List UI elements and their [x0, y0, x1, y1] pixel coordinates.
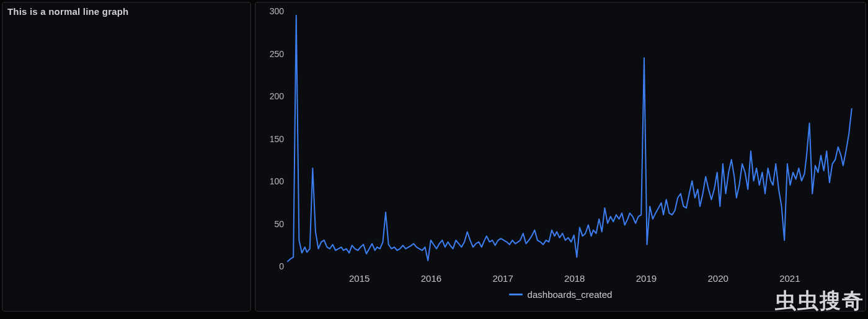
- legend-swatch: [509, 294, 523, 295]
- left-panel: This is a normal line graph: [2, 2, 251, 312]
- chart-legend[interactable]: dashboards_created: [255, 289, 866, 300]
- y-tick-label: 0: [255, 261, 284, 271]
- legend-series-label: dashboards_created: [528, 289, 613, 300]
- y-tick-label: 300: [255, 6, 284, 16]
- y-tick-label: 50: [255, 219, 284, 229]
- x-tick-label: 2019: [636, 273, 657, 284]
- y-tick-label: 100: [255, 176, 284, 186]
- y-tick-label: 200: [255, 91, 284, 101]
- y-tick-label: 250: [255, 49, 284, 59]
- x-tick-label: 2015: [349, 273, 370, 284]
- x-tick-label: 2016: [421, 273, 441, 284]
- chart-panel: 0501001502002503002015201620172018201920…: [255, 2, 866, 312]
- x-tick-label: 2018: [564, 273, 585, 284]
- x-tick-label: 2020: [707, 273, 728, 284]
- y-tick-label: 150: [255, 134, 284, 144]
- left-panel-title: This is a normal line graph: [7, 6, 128, 17]
- x-tick-label: 2017: [492, 273, 513, 284]
- chart-series-line: [288, 16, 852, 261]
- x-tick-label: 2021: [779, 273, 800, 284]
- chart-plot-area[interactable]: 0501001502002503002015201620172018201920…: [255, 2, 866, 311]
- chart-svg: [255, 2, 866, 312]
